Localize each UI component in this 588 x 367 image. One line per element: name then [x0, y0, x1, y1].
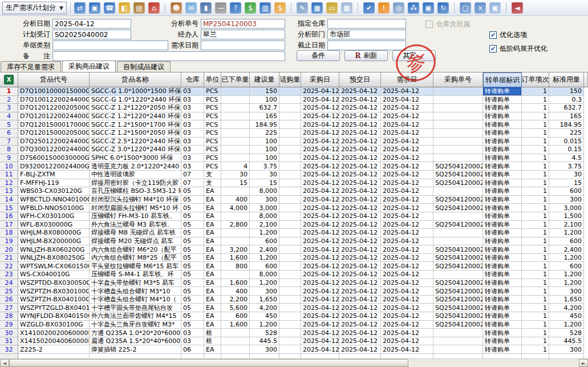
cell-ordered-qty[interactable]: 30	[221, 171, 250, 179]
cell-predeliver-date[interactable]: 2025-04-12	[339, 329, 381, 337]
cell-order-item[interactable]: 1	[522, 179, 549, 188]
cell-warehouse[interactable]: 03	[181, 120, 204, 129]
cell-demand-date[interactable]: 2025-04-12	[381, 321, 433, 329]
cell-purchase-date[interactable]: 2025-04-12	[301, 196, 339, 204]
cell-demand-date[interactable]: 2025-04-12	[381, 196, 433, 204]
cell-warehouse[interactable]: 05	[181, 296, 204, 304]
cell-request-qty[interactable]	[279, 312, 301, 321]
cell-name[interactable]: 封闭型沉头拉铆钉 M4*10 环保	[90, 196, 181, 204]
table-row[interactable]: 1D7Q1001000015000GSGCC-G 1.0*1000*1500 环…	[0, 87, 588, 96]
column-header-request-qty[interactable]: 请购量	[279, 72, 301, 87]
cell-demand-date[interactable]: 2025-04-12	[381, 237, 433, 246]
cell-suggest-qty[interactable]: 445.5	[250, 337, 279, 346]
cell-code[interactable]: F-BLJ-ZXTM	[18, 171, 90, 179]
cell-name[interactable]: 盲孔压铆螺柱 BSO-3.5M3-12 环	[90, 187, 181, 196]
cell-unit[interactable]: EA	[204, 204, 221, 212]
handler-field[interactable]	[201, 30, 285, 39]
cell-demand-date[interactable]: 2025-04-12	[381, 204, 433, 212]
cell-suggest-qty[interactable]: 528	[250, 329, 279, 337]
cell-unit[interactable]: EA	[204, 254, 221, 263]
cell-std-qty[interactable]: 1,200	[549, 271, 584, 279]
cell-ordered-qty[interactable]: 600	[221, 312, 250, 321]
cell-std-qty[interactable]: 600	[549, 187, 584, 196]
cell-predeliver-date[interactable]: 2025-04-12	[339, 262, 381, 271]
tab-stock-shortage[interactable]: 库存不足量需求	[1, 61, 61, 72]
cell-name[interactable]: 压铆螺母 S-M4-1 易车铁、环	[90, 271, 181, 279]
row-number[interactable]: 19	[0, 237, 18, 246]
cell-transfer-flag[interactable]: 转请购单	[483, 245, 522, 254]
key-icon[interactable]: —	[215, 2, 226, 14]
cell-suggest-qty[interactable]: 1,200	[250, 321, 279, 329]
cell-name[interactable]: SGCC-Z 1.2*1220*2050 环保大	[90, 104, 181, 112]
cell-ordered-qty[interactable]	[221, 120, 250, 129]
cell-po-no[interactable]	[433, 345, 483, 354]
column-header-name[interactable]: 货品名称	[90, 72, 181, 87]
cell-request-qty[interactable]	[279, 179, 301, 188]
cell-warehouse[interactable]: 05	[181, 196, 204, 204]
cell-purchase-date[interactable]: 2025-04-12	[301, 204, 339, 212]
cell-demand-date[interactable]: 2025-04-12	[381, 138, 433, 146]
mail-icon[interactable]: ✉	[185, 2, 197, 14]
optimize-option-checkbox[interactable]: ✔ 优化选项	[489, 31, 527, 39]
cell-purchase-date[interactable]: 2025-04-12	[301, 104, 339, 112]
cell-std-qty[interactable]: 1,500	[549, 212, 584, 221]
cell-order-item[interactable]: 1	[522, 171, 549, 179]
cell-warehouse[interactable]: 05	[181, 321, 204, 329]
table-row[interactable]: 22WPTSWLM-CX060150G平头竖纹拉铆螺母 M6*15 易车05EA…	[0, 262, 588, 271]
cell-code[interactable]: D932001220024400G	[18, 162, 90, 171]
cell-purchase-date[interactable]: 2025-04-12	[301, 262, 339, 271]
table-row[interactable]: 27WSZPYTZGLD-BX040150G十字槽平圆头带垫燕尾钻自攻05EA5…	[0, 304, 588, 312]
cell-demand-date[interactable]: 2025-04-12	[381, 212, 433, 221]
cell-transfer-flag[interactable]: 转请购单	[483, 146, 522, 154]
transfer-icon[interactable]: ⇄	[74, 2, 86, 14]
cell-purchase-date[interactable]: 2025-04-12	[301, 112, 339, 121]
money-icon[interactable]: $	[245, 2, 256, 14]
column-header-demand-date[interactable]: 需求日	[381, 72, 433, 87]
row-number[interactable]: 32	[0, 345, 18, 354]
cell-order-item[interactable]: 1	[522, 112, 549, 121]
cell-request-qty[interactable]	[279, 271, 301, 279]
cell-transfer-flag[interactable]: 转请购单	[483, 229, 522, 237]
cell-unit[interactable]: EA	[204, 262, 221, 271]
cell-order-item[interactable]: 1	[522, 312, 549, 321]
cell-purchase-date[interactable]: 2025-04-12	[301, 271, 339, 279]
cell-purchase-date[interactable]: 2025-04-12	[301, 279, 339, 288]
cell-request-qty[interactable]	[279, 254, 301, 263]
cell-warehouse[interactable]: 06	[181, 345, 204, 354]
table-row[interactable]: 23WS-CX040010G压铆螺母 S-M4-1 易车铁、环05EA8,000…	[0, 271, 588, 279]
cell-warehouse[interactable]: 03	[181, 87, 204, 96]
cell-suggest-qty[interactable]: 150	[250, 87, 279, 96]
cell-po-no[interactable]: SQ2504120002	[433, 279, 483, 288]
cell-transfer-flag[interactable]: 转请购单	[483, 221, 522, 229]
cell-predeliver-date[interactable]: 2025-04-12	[339, 287, 381, 296]
cell-ordered-qty[interactable]	[221, 329, 250, 337]
cell-suggest-qty[interactable]: 300	[250, 345, 279, 354]
cell-unit[interactable]: PCS	[204, 138, 221, 146]
table-row[interactable]: 20WNLJZH-BX060200G内六角组合螺钉 M6*20（配平05EA3,…	[0, 245, 588, 254]
cell-suggest-qty[interactable]: 4,200	[250, 304, 279, 312]
exit-icon[interactable]: ◄	[512, 2, 523, 14]
cell-name[interactable]: 内六角组合螺钉 M6*20（配平	[90, 245, 181, 254]
cell-code[interactable]: D7Q1001000015000G	[18, 87, 90, 96]
remark-field[interactable]	[52, 51, 285, 61]
search-doc-icon[interactable]: ◎	[393, 2, 404, 14]
warehouse-include-checkbox[interactable]: 仓库含所属	[425, 20, 470, 28]
cell-request-qty[interactable]	[279, 171, 301, 179]
cell-name[interactable]: 十字槽平圆头带垫燕尾钻自攻	[90, 304, 181, 312]
cell-po-no[interactable]	[433, 104, 483, 112]
cell-transfer-flag[interactable]: 转请购单	[483, 312, 522, 321]
row-number[interactable]: 9	[0, 154, 18, 163]
cell-warehouse[interactable]: 03	[181, 129, 204, 138]
cell-transfer-flag[interactable]: 转请购单	[483, 271, 522, 279]
cell-order-item[interactable]: 1	[522, 146, 549, 154]
table-row[interactable]: 9D7S6001500030000GSPHC 6.0*1500*3000 环保0…	[0, 154, 588, 163]
cell-name[interactable]: 压铆螺钉 FH-M3-10 易车铁、	[90, 212, 181, 221]
cell-code[interactable]: D7Q1201500020500G	[18, 129, 90, 138]
tab-self-made-suggestion[interactable]: 自制成品建议	[117, 61, 171, 72]
cell-purchase-date[interactable]: 2025-04-12	[301, 254, 339, 263]
cell-code[interactable]: WFL-BX030000G	[18, 221, 90, 229]
cell-unit[interactable]: EA	[204, 221, 221, 229]
cell-demand-date[interactable]: 2025-04-12	[381, 254, 433, 263]
cell-purchase-date[interactable]: 2025-04-12	[301, 138, 339, 146]
cell-warehouse[interactable]: 05	[181, 287, 204, 296]
